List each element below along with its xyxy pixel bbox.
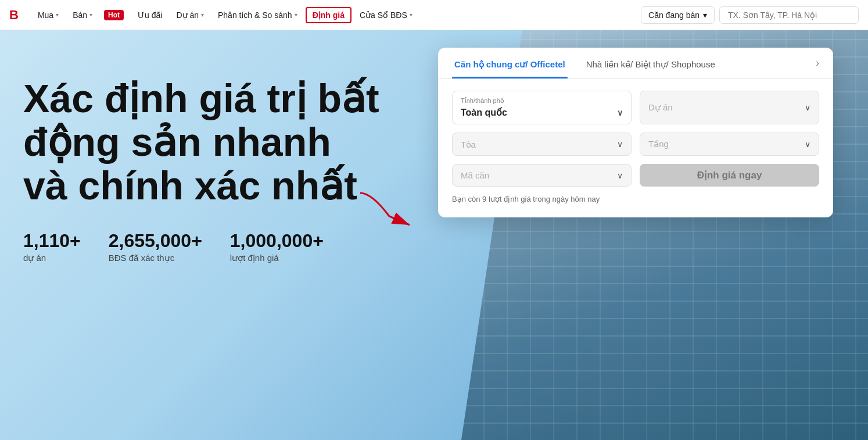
hero-text: Xác định giá trị bất động sản nhanh và c… [23,77,383,263]
hero-title: Xác định giá trị bất động sản nhanh và c… [23,77,383,207]
stat-luot: 1,000,000+ lượt định giá [230,230,324,263]
chevron-down-icon: ▾ [703,10,707,20]
arrow-icon [354,187,424,234]
project-dropdown[interactable]: Dự án ∨ [640,91,819,124]
tab-can-ho-chung-cu[interactable]: Căn hộ chung cư/ Officetel [452,49,568,78]
province-value: Toàn quốc ∨ [461,107,623,118]
stat-du-an: 1,110+ dự án [23,230,81,263]
province-dropdown[interactable]: Tỉnh/thành phố Toàn quốc ∨ [452,91,632,124]
panel-notice: Bạn còn 9 lượt định giá trong ngày hôm n… [438,187,833,203]
nav-right: Căn đang bán ▾ [641,6,859,24]
chevron-down-icon: ▾ [410,12,413,18]
ma-can-dropdown[interactable]: Mã căn ∨ [452,164,632,187]
hot-badge: Hot [104,10,124,20]
toa-placeholder: Tòa ∨ [461,139,623,149]
nav-item-hot[interactable]: Hot [101,6,130,24]
valuation-panel: Căn hộ chung cư/ Officetel Nhà liền kề/ … [438,48,833,217]
nav-item-du-an[interactable]: Dự án ▾ [170,7,210,23]
can-dang-ban-dropdown[interactable]: Căn đang bán ▾ [641,6,715,24]
tang-placeholder: Tầng ∨ [648,139,810,149]
panel-tabs: Căn hộ chung cư/ Officetel Nhà liền kề/ … [438,48,833,79]
nav-item-uu-dai[interactable]: Ưu đãi [132,7,168,23]
chevron-down-icon: ▾ [89,12,92,18]
logo[interactable]: B [9,8,18,23]
hero-section: Xác định giá trị bất động sản nhanh và c… [0,30,868,440]
chevron-down-icon: ∨ [617,171,623,180]
chevron-down-icon: ∨ [805,139,810,149]
hero-stats: 1,110+ dự án 2,655,000+ BĐS đã xác thực … [23,230,383,263]
nav-item-ban[interactable]: Bán ▾ [67,7,98,23]
location-search-input[interactable] [719,6,859,24]
nav-item-mua[interactable]: Mua ▾ [32,7,64,23]
dinh-gia-ngay-field: Định giá ngay [640,164,819,187]
dinh-gia-ngay-button[interactable]: Định giá ngay [640,164,819,187]
chevron-down-icon: ∨ [617,139,623,149]
tang-dropdown[interactable]: Tầng ∨ [640,133,819,156]
tab-nha-lien-ke[interactable]: Nhà liền kề/ Biệt thự/ Shophouse [584,49,718,78]
panel-form: Tỉnh/thành phố Toàn quốc ∨ Dự án ∨ Tòa ∨ [438,79,833,187]
stat-bds: 2,655,000+ BĐS đã xác thực [109,230,202,263]
project-placeholder: Dự án ∨ [648,102,810,113]
chevron-down-icon: ▾ [56,12,59,18]
tab-more-button[interactable]: › [816,48,819,78]
nav-item-cua-so-bds[interactable]: Cửa Sổ BĐS ▾ [354,7,418,23]
chevron-down-icon: ∨ [805,103,810,112]
chevron-down-icon: ▾ [295,12,297,18]
chevron-down-icon: ▾ [201,12,204,18]
province-label: Tỉnh/thành phố [461,97,623,105]
nav-item-phan-tich[interactable]: Phân tích & So sánh ▾ [212,7,303,23]
navbar: B Mua ▾ Bán ▾ Hot Ưu đãi Dự án ▾ Phân tí… [0,0,868,30]
toa-dropdown[interactable]: Tòa ∨ [452,133,632,156]
chevron-down-icon: ∨ [617,108,623,117]
ma-can-placeholder: Mã căn ∨ [461,170,623,180]
nav-item-dinh-gia[interactable]: Định giá [306,7,351,23]
nav-items: Mua ▾ Bán ▾ Hot Ưu đãi Dự án ▾ Phân tích… [32,6,641,24]
